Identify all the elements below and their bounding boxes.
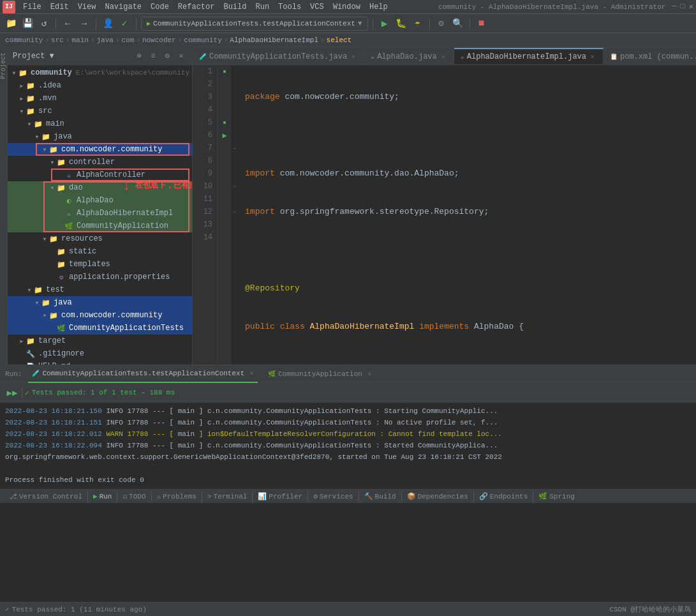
tree-item-target[interactable]: ▶ 📁 target: [8, 334, 192, 347]
menu-help[interactable]: Help: [366, 1, 392, 13]
breadcrumb-community2[interactable]: community: [184, 36, 221, 44]
run-button[interactable]: ▶: [378, 17, 392, 31]
menu-vcs[interactable]: VCS: [306, 1, 328, 13]
toolbar-save-btn[interactable]: 💾: [20, 17, 34, 31]
code-editor[interactable]: 1 2 3 4 5 6 7 8 9 10 11 12 13 14 ● ● ▶: [193, 65, 696, 364]
fold-12[interactable]: −: [231, 206, 239, 218]
fold-7[interactable]: −: [231, 142, 239, 154]
rerun-btn[interactable]: ▶▶: [5, 386, 19, 400]
breadcrumb-main[interactable]: main: [71, 36, 88, 44]
menu-view[interactable]: View: [74, 1, 100, 13]
tree-item-templates[interactable]: 📁 templates: [8, 258, 192, 271]
status-build[interactable]: 🔨 Build: [360, 490, 400, 504]
tree-item-alphadaohib[interactable]: ☕ AlphaDaoHibernateImpl: [8, 207, 192, 220]
coverage-button[interactable]: ☂: [411, 17, 425, 31]
panel-icon-collapse[interactable]: ≡: [147, 50, 159, 62]
tree-item-static[interactable]: 📁 static: [8, 245, 192, 258]
menu-navigate[interactable]: Navigate: [101, 1, 145, 13]
panel-icon-settings[interactable]: ⚙: [161, 50, 173, 62]
problems-label: Problems: [163, 493, 196, 500]
minimize-btn[interactable]: ─: [672, 2, 676, 11]
line-num-14: 14: [198, 231, 212, 244]
status-profiler[interactable]: 📊 Profiler: [254, 490, 306, 504]
breadcrumb-method[interactable]: select: [327, 36, 352, 44]
tab-close[interactable]: ✕: [440, 53, 447, 61]
status-problems[interactable]: ⚠ Problems: [153, 490, 200, 504]
menu-file[interactable]: File: [19, 1, 45, 13]
menu-window[interactable]: Window: [329, 1, 364, 13]
menu-refactor[interactable]: Refactor: [174, 1, 219, 13]
status-dependencies[interactable]: 📦 Dependencies: [403, 490, 472, 504]
tree-item-controller[interactable]: ▼ 📁 controller: [8, 156, 192, 169]
run-tab-close[interactable]: ✕: [249, 369, 254, 377]
tree-item-java-test[interactable]: ▼ 📁 java: [8, 296, 192, 309]
run-tab-app[interactable]: 🌿 CommunityApplication ✕: [264, 365, 376, 383]
tab-close[interactable]: ✕: [350, 53, 357, 61]
tree-item-src[interactable]: ▼ 📁 src: [8, 105, 192, 117]
breadcrumb-nowcoder[interactable]: nowcoder: [142, 36, 176, 44]
run-tab-close[interactable]: ✕: [367, 370, 372, 378]
tree-item-resources[interactable]: ▼ 📁 resources: [8, 232, 192, 245]
tree-item-helpmd[interactable]: 📄 HELP.md: [8, 360, 192, 364]
tab-alphadaohib[interactable]: ☕ AlphaDaoHibernateImpl.java ✕: [454, 48, 603, 64]
menu-build[interactable]: Build: [219, 1, 250, 13]
more-actions-btn[interactable]: ⚙: [434, 17, 448, 31]
search-everywhere-btn[interactable]: 🔍: [451, 17, 465, 31]
status-endpoints[interactable]: 🔗 Endpoints: [475, 490, 531, 504]
console-output[interactable]: 2022-08-23 16:18:21.150 INFO 17788 --- […: [0, 403, 696, 489]
maximize-btn[interactable]: □: [681, 2, 685, 11]
breadcrumb-com[interactable]: com: [121, 36, 134, 44]
tree-item-pkg-test[interactable]: ▼ 📁 com.nowcoder.community: [8, 309, 192, 322]
context-line: org.springframework.web.context.support.…: [5, 453, 502, 461]
run-config-selector[interactable]: ▶ CommunityApplicationTests.testApplicat…: [141, 17, 368, 31]
toolbar-vcs-btn[interactable]: ✓: [117, 17, 131, 31]
status-spring[interactable]: 🌿 Spring: [535, 490, 579, 504]
stop-button[interactable]: ■: [475, 17, 489, 31]
menu-edit[interactable]: Edit: [47, 1, 73, 13]
panel-icon-close[interactable]: ✕: [175, 50, 187, 62]
status-services[interactable]: ⚙ Services: [309, 490, 357, 504]
toolbar-back-btn[interactable]: ←: [61, 17, 75, 31]
tree-item-mvn[interactable]: ▶ 📁 .mvn: [8, 92, 192, 105]
tree-item-alphadao[interactable]: ◐ AlphaDao: [8, 194, 192, 207]
breadcrumb-class[interactable]: AlphaDaoHibernateImpl: [230, 36, 318, 44]
panel-icon-add[interactable]: ⊕: [133, 50, 145, 62]
status-todo[interactable]: ☑ TODO: [119, 490, 149, 504]
tree-item-java-main[interactable]: ▼ 📁 java: [8, 130, 192, 143]
tab-communityapptests[interactable]: 🧪 CommunityApplicationTests.java ✕: [193, 48, 364, 64]
tab-alphadao[interactable]: ☕ AlphaDao.java ✕: [364, 48, 454, 64]
tree-item-dao[interactable]: ▼ 📁 dao: [8, 181, 192, 194]
tree-item-gitignore[interactable]: 🔧 .gitignore: [8, 347, 192, 360]
debug-button[interactable]: 🐛: [394, 17, 408, 31]
tab-pomxml[interactable]: 📋 pom.xml (commun... ✕: [603, 48, 696, 64]
terminal-label: Terminal: [214, 493, 248, 500]
menu-run[interactable]: Run: [251, 1, 273, 13]
tree-item-idea[interactable]: ▶ 📁 .idea: [8, 79, 192, 92]
tab-close[interactable]: ✕: [589, 53, 596, 61]
status-version-control[interactable]: ⎇ Version Control: [5, 490, 86, 504]
code-content[interactable]: package com.nowcoder.community; import c…: [239, 65, 696, 364]
run-tab-tests[interactable]: 🧪 CommunityApplicationTests.testApplicat…: [28, 365, 257, 383]
status-terminal[interactable]: > Terminal: [204, 490, 251, 504]
breadcrumb-community[interactable]: community: [5, 36, 43, 44]
tree-item-main[interactable]: ▼ 📁 main: [8, 117, 192, 130]
tree-item-test[interactable]: ▼ 📁 test: [8, 283, 192, 296]
close-btn[interactable]: ✕: [689, 2, 693, 11]
toolbar-forward-btn[interactable]: →: [77, 17, 91, 31]
fold-10[interactable]: −: [231, 180, 239, 193]
project-side-label[interactable]: Project: [0, 50, 7, 82]
tree-item-communityapp[interactable]: 🌿 CommunityApplication: [8, 220, 192, 232]
tree-item-community[interactable]: ▼ 📁 community E:\work\workspace\communit…: [8, 66, 192, 79]
toolbar-open-btn[interactable]: 📁: [4, 17, 18, 31]
breadcrumb-java[interactable]: java: [96, 36, 113, 44]
tree-item-package[interactable]: ▼ 📁 com.nowcoder.community: [8, 143, 192, 156]
toolbar-user-btn[interactable]: 👤: [101, 17, 115, 31]
menu-tools[interactable]: Tools: [274, 1, 305, 13]
menu-code[interactable]: Code: [147, 1, 173, 13]
breadcrumb-src[interactable]: src: [51, 36, 64, 44]
tree-item-appprops[interactable]: ⚙ application.properties: [8, 271, 192, 283]
toolbar-refresh-btn[interactable]: ↺: [37, 17, 51, 31]
tree-item-alphacontroller[interactable]: ☕ AlphaController: [8, 169, 192, 181]
tree-item-communityapptests[interactable]: 🌿 CommunityApplicationTests: [8, 322, 192, 334]
status-run[interactable]: ▶ Run: [89, 490, 115, 504]
